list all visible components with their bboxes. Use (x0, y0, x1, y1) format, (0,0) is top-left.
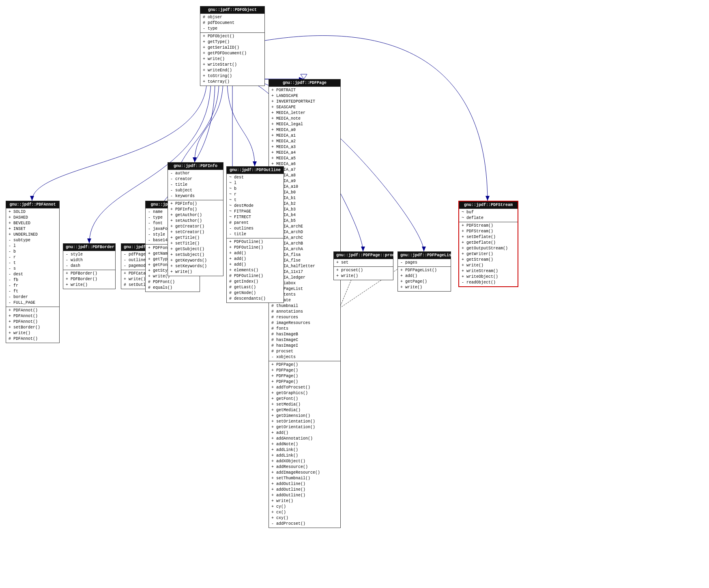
svg-marker-2 (30, 196, 34, 201)
class-pdfpagelist-fields: - pages (398, 259, 451, 266)
class-pdfstream: gnu::jpdf::PDFStream ~ buf ~ deflate + P… (458, 201, 518, 287)
class-pdfinfo-methods: + PDFInfo() + PDFInfo() + getAuthor() + … (168, 200, 223, 276)
svg-marker-9 (361, 247, 365, 251)
class-pdfobject-fields: # objser # pdfDocument - type (200, 13, 264, 32)
class-pdfannot-fields: + SOLID + DASHED + BEVELED + INSET + UND… (6, 208, 59, 307)
class-pdfpage-title: gnu::jpdf::PDFPage (269, 79, 340, 86)
class-pdfobject-title: gnu::jpdf::PDFObject (200, 6, 264, 13)
class-pdfannot-title: gnu::jpdf::PDFAnnot (6, 201, 59, 208)
class-pdfborder-methods: + PDFBorder() + PDFBorder() + write() (63, 270, 115, 289)
class-pdfborder: gnu::jpdf::PDFBorder - style - width - d… (63, 243, 116, 289)
class-pdfstream-title: gnu::jpdf::PDFStream (459, 202, 518, 208)
class-pdfstream-methods: + PDFStream() + PDFStream() + setDeflate… (459, 222, 518, 286)
class-pdfpagelist-methods: + PDFPageList() + add() + getPage() + wr… (398, 266, 451, 291)
svg-marker-11 (486, 196, 490, 201)
class-pdfinfo-title: gnu::jpdf::PDFInfo (168, 163, 223, 170)
class-pdfstream-fields: ~ buf ~ deflate (459, 208, 518, 222)
class-pdfoutline-fields: ~ dest ~ l ~ b ~ r ~ t ~ destMode ~ FITP… (227, 174, 284, 238)
class-pdfobject: gnu::jpdf::PDFObject # objser # pdfDocum… (200, 6, 265, 86)
class-pdfoutline-title: gnu::jpdf::PDFOutline (227, 167, 284, 174)
class-pdfinfo-fields: - author - creator - title - subject - k… (168, 170, 223, 200)
svg-marker-10 (422, 247, 426, 251)
class-pdfpage-methods: + PDFPage() + PDFPage() + PDFPage() + PD… (269, 361, 340, 528)
class-pdfinfo: gnu::jpdf::PDFInfo - author - creator - … (168, 162, 223, 276)
class-pdfoutline: gnu::jpdf::PDFOutline ~ dest ~ l ~ b ~ r… (226, 166, 284, 303)
class-pdfpagelist-title: gnu::jpdf::PDFPageList (398, 252, 451, 259)
svg-marker-7 (253, 161, 257, 166)
class-pdfpage-procset-methods: + procset() + write() (334, 266, 393, 280)
svg-marker-15 (301, 74, 307, 79)
class-pdfannot-methods: + PDFAnnot() + PDFAnnot() + PDFAnnot() +… (6, 307, 59, 343)
class-pdfoutline-methods: + PDFOutline() + PDFOutline() + add() + … (227, 238, 284, 303)
class-pdfobject-methods: + PDFObject() + getType() + getSerialID(… (200, 32, 264, 86)
class-pdfpage: gnu::jpdf::PDFPage + PORTRAIT + LANDSCAP… (269, 79, 341, 528)
class-pdfpage-procset: gnu::jpdf::PDFPage::procset + set + proc… (333, 251, 393, 280)
diagram-container: gnu::jpdf::PDFObject # objser # pdfDocum… (0, 0, 709, 588)
svg-marker-6 (193, 157, 197, 162)
connections-svg (0, 0, 709, 588)
class-pdfborder-title: gnu::jpdf::PDFBorder (63, 244, 115, 251)
class-pdfborder-fields: - style - width - dash (63, 251, 115, 270)
class-pdfpage-procset-title: gnu::jpdf::PDFPage::procset (334, 252, 393, 259)
class-pdfannot: gnu::jpdf::PDFAnnot + SOLID + DASHED + B… (6, 201, 60, 343)
class-pdfpagelist: gnu::jpdf::PDFPageList - pages + PDFPage… (397, 251, 451, 292)
class-pdfpage-procset-fields: + set (334, 259, 393, 266)
svg-marker-3 (87, 238, 91, 243)
